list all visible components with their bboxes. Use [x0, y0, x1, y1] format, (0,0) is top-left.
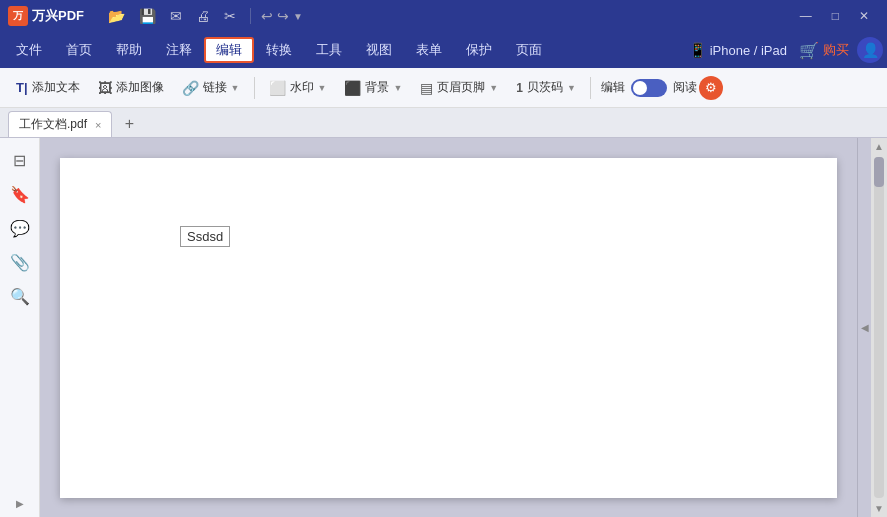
- text-box-content: Ssdsd: [187, 229, 223, 244]
- bates-button[interactable]: 1 贝茨码 ▼: [508, 75, 584, 100]
- shop-label: 购买: [823, 41, 849, 59]
- background-icon: ⬛: [344, 80, 361, 96]
- add-text-button[interactable]: T| 添加文本: [8, 75, 88, 100]
- left-sidebar: ⊟ 🔖 💬 📎 🔍 ▶: [0, 138, 40, 517]
- add-image-label: 添加图像: [116, 79, 164, 96]
- shop-button[interactable]: 🛒 购买: [799, 41, 849, 60]
- document-area: Ssdsd: [40, 138, 857, 517]
- image-icon: 🖼: [98, 80, 112, 96]
- menu-bar: 文件 首页 帮助 注释 编辑 转换 工具 视图 表单 保护 页面 📱 iPhon…: [0, 32, 887, 68]
- minimize-button[interactable]: —: [790, 5, 822, 27]
- menu-view[interactable]: 视图: [354, 37, 404, 63]
- window-controls: — □ ✕: [790, 5, 879, 27]
- sidebar-expand-arrow[interactable]: ▶: [16, 498, 24, 509]
- tab-bar: 工作文档.pdf × +: [0, 108, 887, 138]
- watermark-dropdown-icon: ▼: [318, 83, 327, 93]
- mode-toggle-switch[interactable]: [631, 79, 667, 97]
- link-dropdown-icon: ▼: [231, 83, 240, 93]
- sidebar-bookmarks-icon[interactable]: 🔖: [6, 180, 34, 208]
- header-footer-label: 页眉页脚: [437, 79, 485, 96]
- app-name: 万兴PDF: [32, 7, 84, 25]
- menu-file[interactable]: 文件: [4, 37, 54, 63]
- add-image-button[interactable]: 🖼 添加图像: [90, 75, 172, 100]
- watermark-label: 水印: [290, 79, 314, 96]
- maximize-button[interactable]: □: [822, 5, 849, 27]
- background-dropdown-icon: ▼: [393, 83, 402, 93]
- link-label: 链接: [203, 79, 227, 96]
- undo-button[interactable]: ↩: [261, 8, 273, 24]
- current-tab[interactable]: 工作文档.pdf ×: [8, 111, 112, 137]
- menu-edit[interactable]: 编辑: [204, 37, 254, 63]
- settings-icon: ⚙: [705, 80, 717, 95]
- settings-icon-btn[interactable]: ⚙: [699, 76, 723, 100]
- dropdown-icon[interactable]: ▼: [293, 11, 303, 22]
- collapse-arrow-icon: ◀: [861, 322, 869, 333]
- add-tab-button[interactable]: +: [116, 111, 142, 137]
- edit-mode-label: 编辑: [601, 79, 625, 96]
- tab-title: 工作文档.pdf: [19, 116, 87, 133]
- scroll-thumb[interactable]: [874, 157, 884, 187]
- menu-annotate[interactable]: 注释: [154, 37, 204, 63]
- divider-1: [250, 8, 251, 24]
- text-icon: T|: [16, 80, 28, 95]
- watermark-button[interactable]: ⬜ 水印 ▼: [261, 75, 335, 100]
- sidebar-pages-icon[interactable]: ⊟: [6, 146, 34, 174]
- scroll-up-arrow[interactable]: ▲: [871, 138, 887, 155]
- toolbar-divider-2: [590, 77, 591, 99]
- header-footer-button[interactable]: ▤ 页眉页脚 ▼: [412, 75, 506, 100]
- sidebar-comments-icon[interactable]: 💬: [6, 214, 34, 242]
- email-icon[interactable]: ✉: [166, 6, 186, 26]
- edit-toolbar: T| 添加文本 🖼 添加图像 🔗 链接 ▼ ⬜ 水印 ▼ ⬛ 背景 ▼ ▤ 页眉…: [0, 68, 887, 108]
- scissors-icon[interactable]: ✂: [220, 6, 240, 26]
- title-bar: 万 万兴PDF 📂 💾 ✉ 🖨 ✂ ↩ ↪ ▼ — □ ✕: [0, 0, 887, 32]
- background-button[interactable]: ⬛ 背景 ▼: [336, 75, 410, 100]
- edit-read-toggle: 编辑 阅读: [601, 79, 697, 97]
- scrollbar[interactable]: ▲ ▼: [871, 138, 887, 517]
- link-icon: 🔗: [182, 80, 199, 96]
- header-footer-dropdown-icon: ▼: [489, 83, 498, 93]
- close-button[interactable]: ✕: [849, 5, 879, 27]
- print-icon[interactable]: 🖨: [192, 6, 214, 26]
- menu-convert[interactable]: 转换: [254, 37, 304, 63]
- scroll-track[interactable]: [874, 157, 884, 498]
- bates-label: 贝茨码: [527, 79, 563, 96]
- right-panel-collapse[interactable]: ◀: [857, 138, 871, 517]
- document-page: Ssdsd: [60, 158, 837, 498]
- tab-close-button[interactable]: ×: [95, 119, 101, 131]
- menu-protect[interactable]: 保护: [454, 37, 504, 63]
- save-icon[interactable]: 💾: [135, 6, 160, 26]
- scroll-down-arrow[interactable]: ▼: [871, 500, 887, 517]
- undo-redo-group: ↩ ↪ ▼: [261, 8, 303, 24]
- background-label: 背景: [365, 79, 389, 96]
- device-label[interactable]: 📱 iPhone / iPad: [689, 42, 787, 58]
- phone-icon: 📱: [689, 42, 706, 58]
- header-footer-icon: ▤: [420, 80, 433, 96]
- read-mode-label: 阅读: [673, 79, 697, 96]
- open-icon[interactable]: 📂: [104, 6, 129, 26]
- app-logo: 万 万兴PDF: [8, 6, 84, 26]
- toolbar-divider-1: [254, 77, 255, 99]
- watermark-icon: ⬜: [269, 80, 286, 96]
- logo-icon: 万: [8, 6, 28, 26]
- sidebar-attachments-icon[interactable]: 📎: [6, 248, 34, 276]
- menu-pages[interactable]: 页面: [504, 37, 554, 63]
- text-box[interactable]: Ssdsd: [180, 226, 230, 247]
- menu-help[interactable]: 帮助: [104, 37, 154, 63]
- redo-button[interactable]: ↪: [277, 8, 289, 24]
- sidebar-search-icon[interactable]: 🔍: [6, 282, 34, 310]
- title-toolbar: 📂 💾 ✉ 🖨 ✂: [104, 6, 240, 26]
- user-icon: 👤: [862, 42, 879, 58]
- bates-dropdown-icon: ▼: [567, 83, 576, 93]
- bates-icon: 1: [516, 81, 523, 95]
- main-area: ⊟ 🔖 💬 📎 🔍 ▶ Ssdsd ◀ ▲ ▼: [0, 138, 887, 517]
- user-avatar[interactable]: 👤: [857, 37, 883, 63]
- link-button[interactable]: 🔗 链接 ▼: [174, 75, 248, 100]
- menu-forms[interactable]: 表单: [404, 37, 454, 63]
- menu-tools[interactable]: 工具: [304, 37, 354, 63]
- shop-icon: 🛒: [799, 41, 819, 60]
- add-text-label: 添加文本: [32, 79, 80, 96]
- device-text: iPhone / iPad: [710, 43, 787, 58]
- menu-home[interactable]: 首页: [54, 37, 104, 63]
